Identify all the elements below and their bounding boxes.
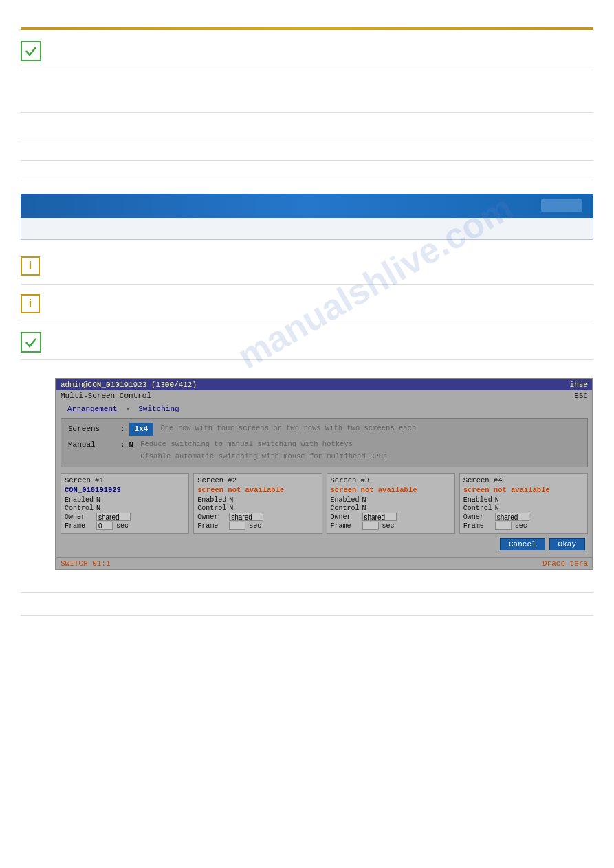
bottom-divider-2 <box>21 615 593 616</box>
screen-3-enabled-label: Enabled <box>331 496 362 504</box>
info1-text <box>50 255 593 267</box>
screen-3-unavail: screen not available <box>331 486 451 494</box>
screen-3-control-val: N <box>362 504 372 512</box>
screen-2-owner-row: Owner <box>197 513 318 521</box>
check-icon-2 <box>21 332 41 353</box>
screen-3-sec: sec <box>382 522 395 530</box>
screen-4-control-row: Control N <box>463 504 584 512</box>
terminal-title-right: ihse <box>570 381 588 389</box>
screen-1-sec: sec <box>116 522 129 530</box>
screen-2-control-row: Control N <box>197 504 318 512</box>
screen-1-name: CON_010191923 <box>65 486 185 494</box>
screen-4-owner-row: Owner <box>463 513 584 521</box>
info2-block: i <box>21 285 593 322</box>
tab-arrangement[interactable]: Arrangement <box>61 404 124 415</box>
screen-3-frame-input[interactable] <box>362 522 379 530</box>
screen-1-owner-label: Owner <box>65 513 96 521</box>
blue-banner <box>21 194 593 218</box>
screen-2-control-val: N <box>229 504 239 512</box>
screen-2-frame-input[interactable] <box>229 522 245 530</box>
screen-4-enabled-label: Enabled <box>463 496 495 504</box>
screen-3-control-label: Control <box>331 504 362 512</box>
blue-banner-text <box>32 201 34 211</box>
screen-1-frame-input[interactable] <box>96 522 113 530</box>
tab-switching[interactable]: Switching <box>131 404 186 415</box>
screen-3-enabled-val: N <box>362 496 372 504</box>
terminal-subtitle-left: Multi-Screen Control <box>61 392 151 400</box>
section5-block <box>21 161 593 181</box>
terminal-config-box: Screens : 1x4 One row with four screens … <box>61 418 588 467</box>
screen-2-frame-row: Frame sec <box>197 522 318 530</box>
section1-text <box>51 39 593 52</box>
info2-text <box>50 293 593 305</box>
blue-banner-sub <box>21 218 593 240</box>
screen-2-unavail: screen not available <box>197 486 318 494</box>
screen-3-frame-row: Frame sec <box>331 522 451 530</box>
terminal-body: Arrangement • Switching Screens : 1x4 On… <box>56 401 592 556</box>
screen-4-title: Screen #4 <box>463 476 584 485</box>
screen-4-frame-label: Frame <box>463 522 495 530</box>
screen-2-title: Screen #2 <box>197 476 318 485</box>
screen-2-control-label: Control <box>197 504 229 512</box>
terminal-subtitle-right: ESC <box>574 392 588 400</box>
terminal-statusbar: SWITCH 01:1 Draco tera <box>56 557 592 569</box>
screen-2-owner-input[interactable] <box>229 513 263 521</box>
info-icon-1: i <box>21 256 40 276</box>
screen-4-unavail: screen not available <box>463 486 584 494</box>
info-icon-2: i <box>21 294 40 313</box>
terminal-tabs: Arrangement • Switching <box>61 404 588 415</box>
manual-desc1: Reduce switching to manual switching wit… <box>140 438 387 451</box>
okay-button[interactable]: Okay <box>549 538 585 550</box>
statusbar-right: Draco tera <box>542 559 588 568</box>
screen-2-enabled-row: Enabled N <box>197 496 318 504</box>
terminal-window: admin@CON_010191923 (1300/412) ihse Mult… <box>55 378 593 570</box>
screen-1-enabled-label: Enabled <box>65 496 96 504</box>
screen-3-frame-label: Frame <box>331 522 362 530</box>
section1-block <box>21 30 593 71</box>
screen-4-box: Screen #4 screen not available Enabled N… <box>459 473 588 534</box>
check2-text <box>51 331 593 343</box>
screen-3-title: Screen #3 <box>331 476 451 485</box>
screen-3-box: Screen #3 screen not available Enabled N… <box>327 473 455 534</box>
screen-2-enabled-val: N <box>229 496 239 504</box>
info1-block: i <box>21 247 593 285</box>
screen-1-control-label: Control <box>65 504 96 512</box>
screen-3-enabled-row: Enabled N <box>331 496 451 504</box>
manual-label: Manual <box>68 438 116 452</box>
screen-1-title: Screen #1 <box>65 476 185 485</box>
terminal-title-left: admin@CON_010191923 (1300/412) <box>61 381 197 389</box>
screen-3-control-row: Control N <box>331 504 451 512</box>
screen-2-frame-label: Frame <box>197 522 229 530</box>
screens-desc: One row with four screens or two rows wi… <box>160 423 416 435</box>
screen-1-enabled-row: Enabled N <box>65 496 185 504</box>
screen-1-control-val: N <box>96 504 106 512</box>
screen-4-frame-input[interactable] <box>495 522 512 530</box>
cancel-button[interactable]: Cancel <box>500 538 545 550</box>
screen-3-owner-row: Owner <box>331 513 451 521</box>
screens-value[interactable]: 1x4 <box>129 423 154 436</box>
screens-label: Screens <box>68 423 116 436</box>
section2-block <box>21 71 593 113</box>
screen-4-enabled-val: N <box>495 496 505 504</box>
manual-value: N <box>129 438 134 452</box>
screen-3-owner-input[interactable] <box>362 513 397 521</box>
screen-1-box: Screen #1 CON_010191923 Enabled N Contro… <box>61 473 189 534</box>
manual-desc2: Disable automatic switching with mouse f… <box>140 451 387 463</box>
terminal-buttons-row: Cancel Okay <box>61 538 588 550</box>
screen-2-owner-label: Owner <box>197 513 229 521</box>
screen-3-owner-label: Owner <box>331 513 362 521</box>
screen-1-control-row: Control N <box>65 504 185 512</box>
terminal-titlebar: admin@CON_010191923 (1300/412) ihse <box>56 379 592 390</box>
terminal-subtitle: Multi-Screen Control ESC <box>56 390 592 401</box>
screen-1-enabled-val: N <box>96 496 106 504</box>
screen-1-owner-input[interactable] <box>96 513 131 521</box>
screen-4-control-label: Control <box>463 504 495 512</box>
check2-block <box>21 322 593 360</box>
screen-4-sec: sec <box>515 522 527 530</box>
screen-2-enabled-label: Enabled <box>197 496 229 504</box>
screen-4-frame-row: Frame sec <box>463 522 584 530</box>
screen-4-owner-input[interactable] <box>495 513 529 521</box>
section4-block <box>21 140 593 161</box>
terminal-screens-row: Screen #1 CON_010191923 Enabled N Contro… <box>61 473 588 534</box>
statusbar-left: SWITCH 01:1 <box>61 559 111 568</box>
